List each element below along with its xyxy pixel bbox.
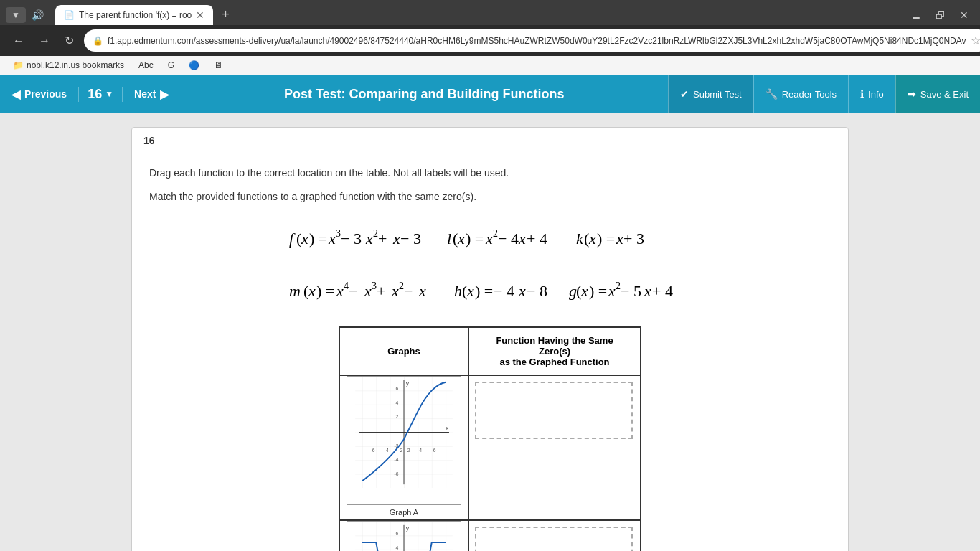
functions-display: f ( x ) = x 3 − 3 x 2 + x − 3 l xyxy=(149,219,831,312)
table-row: x y -2 2 -4 4 -6 6 6 xyxy=(339,375,641,520)
svg-text:x: x xyxy=(580,282,588,300)
bookmark-extra2[interactable]: 🖥 xyxy=(209,59,227,72)
question-number-selector[interactable]: 16 ▼ xyxy=(78,87,123,102)
svg-text:x: x xyxy=(457,230,465,248)
svg-text:) =: ) = xyxy=(309,230,327,248)
svg-text:) =: ) = xyxy=(589,282,607,300)
table-row: x y 6 4 Graph B xyxy=(339,520,641,551)
svg-text:x: x xyxy=(328,230,336,248)
forward-button[interactable]: → xyxy=(34,32,55,50)
svg-text:x: x xyxy=(418,282,426,300)
bookmark-nobl[interactable]: 📁 nobl.k12.in.us bookmarks xyxy=(9,59,128,72)
svg-text:) =: ) = xyxy=(475,282,493,300)
svg-text:2: 2 xyxy=(373,228,378,239)
tab-bar: ▼ 🔊 📄 The parent function 'f(x) = roo ✕ … xyxy=(0,0,980,25)
bookmark-abc[interactable]: Abc xyxy=(134,59,158,72)
dropdown-arrow-icon: ▼ xyxy=(105,89,113,99)
next-arrow-icon: ▶ xyxy=(160,88,169,101)
bookmark-folder-icon: 📁 xyxy=(13,60,24,70)
info-button[interactable]: ℹ Info xyxy=(848,75,895,113)
tab-icon: 📄 xyxy=(64,10,75,20)
svg-text:x: x xyxy=(485,230,493,248)
info-icon: ℹ xyxy=(860,88,864,100)
svg-text:m: m xyxy=(289,282,301,300)
svg-text:-4: -4 xyxy=(394,457,398,462)
svg-text:− 5: − 5 xyxy=(621,282,641,300)
next-button[interactable]: Next ▶ xyxy=(123,75,180,113)
question-num-value: 16 xyxy=(88,87,102,102)
svg-text:-6: -6 xyxy=(370,448,374,453)
svg-text:-6: -6 xyxy=(394,471,398,476)
svg-text:x: x xyxy=(392,230,400,248)
svg-text:x: x xyxy=(446,425,448,431)
svg-text:6: 6 xyxy=(395,386,398,391)
svg-text:+: + xyxy=(377,282,385,300)
graph-b-cell: x y 6 4 Graph B xyxy=(339,520,468,551)
main-content: 16 Drag each function to the correct loc… xyxy=(0,113,980,551)
svg-text:2: 2 xyxy=(616,281,621,291)
graph-b-drop-cell[interactable] xyxy=(468,520,641,551)
submit-icon: ✔ xyxy=(680,88,689,100)
back-button[interactable]: ← xyxy=(9,32,29,50)
graph-b-drop-zone[interactable] xyxy=(475,527,633,551)
graph-a-svg: x y -2 2 -4 4 -6 6 6 xyxy=(350,377,458,488)
svg-text:2: 2 xyxy=(407,448,410,453)
address-input[interactable]: 🔒 f1.app.edmentum.com/assessments-delive… xyxy=(84,29,980,52)
mute-button[interactable]: 🔊 xyxy=(29,6,47,24)
svg-text:− 4: − 4 xyxy=(498,230,519,248)
bookmark-nobl-label: nobl.k12.in.us bookmarks xyxy=(27,60,124,70)
bookmark-abc-label: Abc xyxy=(138,60,154,70)
svg-text:+ 4: + 4 xyxy=(652,282,673,300)
bookmark-extra[interactable]: 🔵 xyxy=(184,59,204,72)
svg-text:− 8: − 8 xyxy=(527,282,547,300)
svg-text:+ 3: + 3 xyxy=(623,230,644,248)
graph-a-cell: x y -2 2 -4 4 -6 6 6 xyxy=(339,375,468,520)
functions-row-2: m ( x ) = x 4 − x 3 + x 2 − x xyxy=(149,271,831,312)
minimize-button[interactable]: 🗕 xyxy=(905,6,927,24)
save-exit-button[interactable]: ➡ Save & Exit xyxy=(895,75,980,113)
previous-button[interactable]: ◀ Previous xyxy=(0,75,78,113)
reader-tools-icon: 🔧 xyxy=(765,88,778,100)
bookmarks-bar: 📁 nobl.k12.in.us bookmarks Abc G 🔵 🖥 xyxy=(0,56,980,75)
svg-text:3: 3 xyxy=(336,228,341,239)
active-tab[interactable]: 📄 The parent function 'f(x) = roo ✕ xyxy=(55,5,213,25)
graph-a-drop-zone[interactable] xyxy=(475,382,633,439)
svg-text:x: x xyxy=(644,282,651,300)
svg-text:2: 2 xyxy=(399,281,404,291)
instruction-text-1: Drag each function to the correct locati… xyxy=(149,166,831,181)
window-controls: 🗕 🗗 ✕ xyxy=(905,6,974,24)
functions-svg-row2: m ( x ) = x 4 − x 3 + x 2 − x xyxy=(282,271,698,309)
svg-text:x: x xyxy=(308,282,316,300)
svg-text:f: f xyxy=(289,230,296,248)
bookmark-google[interactable]: G xyxy=(164,59,179,72)
close-window-button[interactable]: ✕ xyxy=(954,6,974,24)
svg-text:k: k xyxy=(576,230,584,248)
info-label: Info xyxy=(868,89,884,100)
col1-header: Graphs xyxy=(339,327,468,375)
next-label: Next xyxy=(134,88,156,100)
reload-button[interactable]: ↻ xyxy=(60,31,78,50)
svg-text:x: x xyxy=(616,230,623,248)
svg-text:x: x xyxy=(466,282,474,300)
svg-text:x: x xyxy=(364,282,372,300)
svg-text:6: 6 xyxy=(395,531,398,536)
svg-text:+ 4: + 4 xyxy=(527,230,547,248)
submit-test-button[interactable]: ✔ Submit Test xyxy=(668,75,753,113)
svg-text:4: 4 xyxy=(395,545,398,550)
tab-title: The parent function 'f(x) = roo xyxy=(79,10,192,20)
prev-arrow-icon: ◀ xyxy=(11,88,20,101)
svg-text:-4: -4 xyxy=(385,448,389,453)
instruction-text-2: Match the provided functions to a graphe… xyxy=(149,189,831,204)
url-text: f1.app.edmentum.com/assessments-delivery… xyxy=(108,36,966,46)
svg-text:3: 3 xyxy=(372,281,377,291)
tab-group-button[interactable]: ▼ xyxy=(6,7,26,23)
toolbar-nav: ◀ Previous 16 ▼ Next ▶ xyxy=(0,75,180,113)
new-tab-button[interactable]: + xyxy=(216,4,235,25)
restore-button[interactable]: 🗗 xyxy=(930,6,951,24)
tab-close-button[interactable]: ✕ xyxy=(196,9,204,21)
graph-a-drop-cell[interactable] xyxy=(468,375,641,520)
reader-tools-button[interactable]: 🔧 Reader Tools xyxy=(753,75,848,113)
svg-text:2: 2 xyxy=(493,228,498,239)
bookmark-star[interactable]: ☆ xyxy=(971,34,980,47)
svg-text:− 3: − 3 xyxy=(341,230,362,248)
